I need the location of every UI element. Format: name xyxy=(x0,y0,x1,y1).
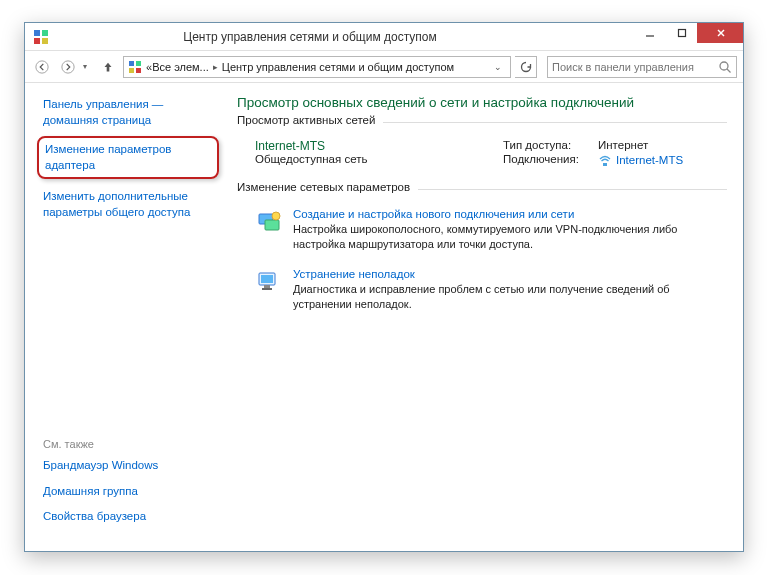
page-heading: Просмотр основных сведений о сети и наст… xyxy=(237,95,727,110)
breadcrumb-part2[interactable]: Центр управления сетями и общим доступом xyxy=(222,61,454,73)
sidebar: Панель управления — домашняя страница Из… xyxy=(25,83,225,551)
network-type: Общедоступная сеть xyxy=(255,153,503,165)
network-info: Internet-MTS Общедоступная сеть xyxy=(255,139,503,169)
new-connection-link[interactable]: Создание и настройка нового подключения … xyxy=(293,208,723,220)
change-settings-legend: Изменение сетевых параметров xyxy=(237,181,418,193)
svg-rect-21 xyxy=(261,275,273,283)
svg-rect-13 xyxy=(136,68,141,73)
svg-point-8 xyxy=(36,60,48,72)
minimize-button[interactable] xyxy=(633,23,665,43)
task-new-connection: Создание и настройка нового подключения … xyxy=(237,202,727,262)
connection-name: Internet-MTS xyxy=(616,154,683,166)
window-title: Центр управления сетями и общим доступом xyxy=(0,30,633,44)
titlebar: Центр управления сетями и общим доступом xyxy=(25,23,743,51)
close-button[interactable] xyxy=(697,23,743,43)
troubleshoot-link[interactable]: Устранение неполадок xyxy=(293,268,723,280)
sidebar-home-link[interactable]: Панель управления — домашняя страница xyxy=(43,97,215,128)
network-details: Тип доступа: Интернет Подключения: Inter… xyxy=(503,139,723,169)
search-box[interactable] xyxy=(547,56,737,78)
svg-point-9 xyxy=(62,60,74,72)
active-networks-group: Просмотр активных сетей Internet-MTS Общ… xyxy=(237,122,727,177)
network-name: Internet-MTS xyxy=(255,139,503,153)
address-field[interactable]: « Все элем... ▸ Центр управления сетями … xyxy=(123,56,511,78)
access-type-label: Тип доступа: xyxy=(503,139,598,151)
sidebar-firewall-link[interactable]: Брандмауэр Windows xyxy=(43,458,215,474)
svg-point-19 xyxy=(272,212,280,220)
sidebar-adapter-settings-link[interactable]: Изменение параметров адаптера xyxy=(45,142,209,173)
up-button[interactable] xyxy=(97,56,119,78)
new-connection-icon xyxy=(255,208,283,236)
svg-rect-22 xyxy=(264,285,270,288)
svg-rect-23 xyxy=(262,288,272,290)
network-row: Internet-MTS Общедоступная сеть Тип дост… xyxy=(237,135,727,177)
svg-line-15 xyxy=(727,69,731,73)
wifi-icon xyxy=(598,153,612,167)
active-networks-legend: Просмотр активных сетей xyxy=(237,114,383,126)
connection-link[interactable]: Internet-MTS xyxy=(598,153,683,167)
breadcrumb-dropdown-icon[interactable]: ⌄ xyxy=(494,62,502,72)
task-troubleshoot: Устранение неполадок Диагностика и испра… xyxy=(237,262,727,322)
main-content: Просмотр основных сведений о сети и наст… xyxy=(225,83,743,551)
window-buttons xyxy=(633,23,743,50)
refresh-button[interactable] xyxy=(515,56,537,78)
sidebar-see-also: См. также Брандмауэр Windows Домашняя гр… xyxy=(43,438,215,543)
svg-point-14 xyxy=(720,62,728,70)
task-text: Создание и настройка нового подключения … xyxy=(293,208,723,252)
svg-rect-11 xyxy=(136,61,141,66)
control-panel-window: Центр управления сетями и общим доступом… xyxy=(24,22,744,552)
network-center-small-icon xyxy=(128,60,142,74)
see-also-label: См. также xyxy=(43,438,215,450)
forward-button[interactable] xyxy=(57,56,79,78)
svg-rect-16 xyxy=(603,163,607,166)
history-dropdown[interactable]: ▾ xyxy=(83,62,93,71)
troubleshoot-desc: Диагностика и исправление проблем с сеть… xyxy=(293,282,723,312)
sidebar-browser-props-link[interactable]: Свойства браузера xyxy=(43,509,215,525)
access-type-value: Интернет xyxy=(598,139,723,151)
svg-rect-5 xyxy=(678,30,685,37)
task-text: Устранение неполадок Диагностика и испра… xyxy=(293,268,723,312)
connections-label: Подключения: xyxy=(503,153,598,169)
breadcrumb-separator-icon[interactable]: ▸ xyxy=(213,62,218,72)
maximize-button[interactable] xyxy=(665,23,697,43)
new-connection-desc: Настройка широкополосного, коммутируемог… xyxy=(293,222,723,252)
sidebar-homegroup-link[interactable]: Домашняя группа xyxy=(43,484,215,500)
back-button[interactable] xyxy=(31,56,53,78)
svg-rect-10 xyxy=(129,61,134,66)
breadcrumb-part1[interactable]: Все элем... xyxy=(152,61,209,73)
svg-rect-12 xyxy=(129,68,134,73)
search-input[interactable] xyxy=(552,61,718,73)
troubleshoot-icon xyxy=(255,268,283,296)
highlight-annotation: Изменение параметров адаптера xyxy=(37,136,219,179)
sidebar-sharing-settings-link[interactable]: Изменить дополнительные параметры общего… xyxy=(43,189,215,220)
window-body: Панель управления — домашняя страница Из… xyxy=(25,83,743,551)
address-bar: ▾ « Все элем... ▸ Центр управления сетям… xyxy=(25,51,743,83)
change-settings-group: Изменение сетевых параметров Создание и … xyxy=(237,189,727,321)
svg-rect-18 xyxy=(265,220,279,230)
search-icon xyxy=(718,60,732,74)
